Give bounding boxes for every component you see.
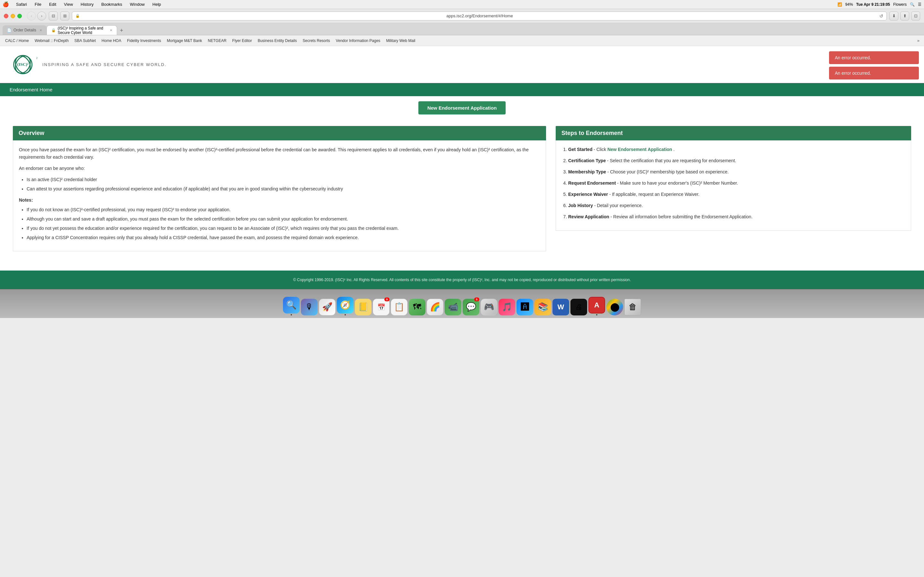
dock-calendar[interactable]: 📅 9 [373,299,389,316]
step-1-link[interactable]: New Endorsement Application [607,147,672,152]
share-button[interactable]: ⬆ [900,11,909,21]
tab-overview[interactable]: ⊞ [60,11,69,21]
menu-edit[interactable]: Edit [47,1,58,7]
endorser-bullets: Is an active (ISC)² credential holder Ca… [27,176,540,193]
menu-window[interactable]: Window [128,1,147,7]
isc2-logo: (ISC)² 2 INSPIRING A SAFE AND SECURE CYB… [10,53,166,77]
dock-acrobat[interactable]: A [588,297,605,316]
bookmark-mortgage[interactable]: Mortgage M&T Bank [164,37,205,44]
address-bar[interactable]: 🔒 apps.isc2.org/Endorsement/#/Home ↺ [72,11,887,21]
error-notifications: An error occurred. An error occurred. [829,51,919,79]
menu-bookmarks[interactable]: Bookmarks [99,1,124,7]
minimize-button[interactable] [11,14,15,18]
dock-reminders[interactable]: 📋 [391,299,407,316]
step-3-label: Membership Type [568,169,606,174]
steps-header: Steps to Endorsement [556,126,911,140]
bookmark-netgear[interactable]: NETGEAR [205,37,229,44]
dock-appstore[interactable]: 🅰 [517,299,533,316]
step-7-detail: - Review all information before submitti… [611,214,753,219]
dock-ibooks[interactable]: 📚 [535,299,551,316]
sidebar-toggle[interactable]: ⊟ [49,11,58,21]
tab-2[interactable]: 🔒 (ISC)² Inspiring a Safe and Secure Cyb… [47,25,117,35]
apple-menu[interactable]: 🍎 [3,1,9,7]
new-endorsement-button[interactable]: New Endorsement Application [418,101,506,114]
step-1-detail: - Click [594,147,607,152]
bookmark-fidelity[interactable]: Fidelity Investments [124,37,164,44]
menu-safari[interactable]: Safari [14,1,29,7]
url-text: apps.isc2.org/Endorsement/#/Home [82,13,877,18]
dock-music[interactable]: 🎵 [499,299,515,316]
mac-menubar: 🍎 Safari File Edit View History Bookmark… [0,0,924,9]
search-icon[interactable]: 🔍 [910,2,915,7]
dock-siri[interactable]: 🎙 [301,299,318,316]
download-button[interactable]: ⬇ [889,11,898,21]
dock-finder[interactable]: 🔍 [283,297,300,316]
dock-facetime[interactable]: 📹 [445,299,461,316]
bookmark-business[interactable]: Business Entity Details [255,37,299,44]
clock: Tue Apr 9 21:19:05 [856,2,890,7]
username: Flowers [893,2,907,7]
dock-chrome[interactable]: ⬤ [606,299,623,316]
error-box-1: An error occurred. [829,51,919,64]
bookmark-sba[interactable]: SBA SubNet [72,37,99,44]
overview-para-1: Once you have passed the exam for an (IS… [19,146,540,161]
dock-launchpad[interactable]: 🚀 [319,299,336,316]
tab-2-favicon: 🔒 [51,28,56,32]
dock-safari[interactable]: 🧭 [337,297,354,316]
lock-icon: 🔒 [75,14,80,18]
bookmark-webmail[interactable]: Webmail :: FnDepth [32,37,71,44]
notification-icon[interactable]: ☰ [918,2,921,7]
endorser-bullet-2: Can attest to your assertions regarding … [27,185,540,193]
reader-button[interactable]: ⊡ [911,11,920,21]
bookmark-flyer[interactable]: Flyer Editor [230,37,254,44]
bookmarks-more[interactable]: » [915,37,921,44]
browser-content: An error occurred. An error occurred. (I… [0,46,924,289]
overview-header: Overview [13,126,546,140]
step-6-label: Job History [568,203,593,208]
step-3-detail: - Choose your (ISC)² membership type bas… [607,169,729,174]
overview-para-2: An endorser can be anyone who: [19,165,540,172]
step-6: Job History - Detail your experience. [568,202,905,209]
step-2-detail: - Select the certification that you are … [607,158,736,163]
dock-gamecenter[interactable]: 🎮 [481,299,497,316]
reload-button[interactable]: ↺ [879,13,883,19]
dock-trash[interactable]: 🗑 [624,299,641,316]
calendar-badge: 9 [384,298,389,301]
tab-1-close[interactable]: ✕ [39,29,42,32]
bookmark-home-hoa[interactable]: Home HOA [99,37,124,44]
bookmark-vendor[interactable]: Vendor Information Pages [333,37,383,44]
endorser-bullet-1: Is an active (ISC)² credential holder [27,176,540,183]
forward-button[interactable]: › [37,11,46,21]
svg-text:(ISC)²: (ISC)² [17,62,29,67]
dock-notes[interactable]: 📒 [355,299,372,316]
safari-active-dot [344,314,346,316]
endorsement-home-link[interactable]: Endorsement Home [10,87,52,92]
wifi-icon[interactable]: 📶 [837,2,842,7]
menu-help[interactable]: Help [150,1,163,7]
new-tab-button[interactable]: + [117,26,126,35]
acrobat-active-dot [596,314,598,316]
note-3: If you do not yet possess the education … [27,225,540,232]
bookmark-secrets[interactable]: Secrets Resorts [300,37,333,44]
bookmark-calc-home[interactable]: CALC / Home [3,37,31,44]
menu-view[interactable]: View [62,1,75,7]
dock-messages[interactable]: 💬 5 [463,299,479,316]
dock-maps[interactable]: 🗺 [409,299,425,316]
close-button[interactable] [4,14,8,18]
menu-history[interactable]: History [79,1,95,7]
dock-word[interactable]: W [552,299,569,316]
menu-file[interactable]: File [33,1,43,7]
tab-1[interactable]: 📄 Order Details ✕ [3,25,47,35]
bookmark-military[interactable]: Military Web Mail [383,37,418,44]
isc2-logo-svg: (ISC)² 2 [10,53,39,77]
dock-unknown[interactable]: 🖨 [570,299,587,316]
tab-2-close[interactable]: ✕ [110,29,112,32]
back-button[interactable]: ‹ [27,11,36,21]
step-5: Experience Waiver - If applicable, reque… [568,191,905,198]
dock-photos[interactable]: 🌈 [427,299,443,316]
isc2-site: An error occurred. An error occurred. (I… [0,46,924,289]
fullscreen-button[interactable] [17,14,22,18]
step-1-rest: . [674,147,675,152]
notes-label: Notes: [19,197,540,204]
isc2-nav: Endorsement Home [0,83,924,96]
